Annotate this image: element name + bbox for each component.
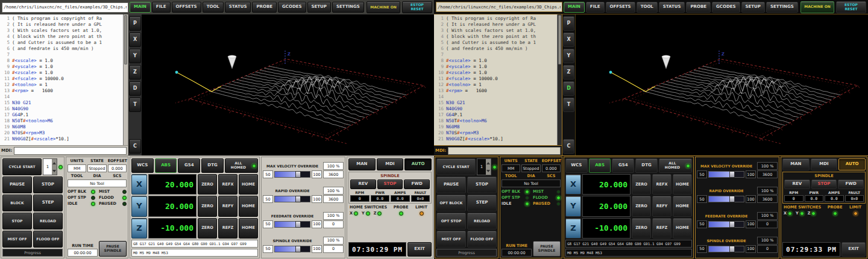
override-slider[interactable] [274, 221, 310, 228]
spinner-down-icon[interactable] [52, 170, 56, 172]
spindle-button[interactable]: REV [350, 179, 376, 189]
all-homed-button[interactable]: ALL HOMED [225, 158, 258, 173]
menu-button[interactable]: SETTINGS [332, 2, 364, 13]
zero-axis-button[interactable]: ZERO [632, 218, 651, 239]
view-button[interactable]: X [129, 33, 141, 47]
mist-button[interactable]: MIST OFF [436, 231, 466, 248]
mdi-input[interactable] [14, 147, 127, 155]
home-axis-button[interactable]: HOME [239, 218, 258, 239]
stop-button[interactable]: STOP [33, 176, 63, 193]
slider-handle[interactable] [729, 246, 735, 252]
mode-button[interactable]: MDI [377, 158, 404, 170]
pause-spindle-button[interactable]: PAUSE SPINDLE [533, 241, 561, 257]
menu-button[interactable]: PROBE [686, 2, 711, 13]
slider-handle[interactable] [729, 171, 735, 178]
menu-button[interactable]: OFFSETS [606, 2, 635, 13]
pause-button[interactable]: PAUSE [436, 176, 466, 193]
cycle-counter[interactable] [477, 158, 491, 175]
step-button[interactable]: STEP [33, 195, 63, 211]
menu-button[interactable]: FILE [152, 2, 171, 13]
g54-button[interactable]: G54 [612, 158, 634, 173]
opt-block-button[interactable]: BLOCK [2, 195, 32, 211]
reload-button[interactable]: RELOAD [33, 213, 63, 229]
abs-button[interactable]: ABS [155, 158, 177, 173]
exit-button[interactable]: EXIT [407, 242, 432, 257]
estop-reset-button[interactable]: ESTOP RESET [836, 1, 866, 13]
menu-button[interactable]: TOOL [637, 2, 658, 13]
slider-handle[interactable] [729, 221, 735, 228]
menu-button[interactable]: TOOL [203, 2, 224, 13]
zero-axis-button[interactable]: ZERO [198, 218, 217, 239]
mdi-input[interactable] [448, 147, 561, 155]
override-slider[interactable] [708, 246, 744, 252]
override-slider[interactable] [708, 221, 744, 228]
spinner-up-icon[interactable] [52, 162, 56, 164]
ref-axis-button[interactable]: REFZ [218, 218, 237, 239]
override-slider[interactable] [708, 171, 744, 178]
ref-axis-button[interactable]: REFZ [652, 218, 671, 239]
home-axis-button[interactable]: HOME [673, 174, 692, 195]
cycle-counter[interactable] [43, 158, 57, 175]
mode-button[interactable]: MAN [348, 158, 376, 170]
mode-button[interactable]: MAN [782, 158, 810, 170]
stop-button[interactable]: STOP [467, 176, 497, 193]
axis-select-button[interactable]: Y [565, 196, 581, 216]
scrollbar-thumb[interactable] [124, 15, 127, 64]
cycle-start-button[interactable]: CYCLE START [2, 158, 42, 175]
gcode-scrollbar[interactable] [557, 14, 562, 145]
view-button[interactable]: Z [563, 65, 574, 80]
ref-axis-button[interactable]: REFY [218, 196, 237, 216]
opt-block-button[interactable]: OPT BLOCK [436, 195, 466, 211]
mist-button[interactable]: MIST OFF [2, 231, 32, 248]
gcode-listing[interactable]: 1( This program is copyright of Ra2( It … [0, 14, 123, 145]
menu-button[interactable]: MAIN [564, 2, 585, 13]
menu-button[interactable]: SETUP [741, 2, 765, 13]
view-button[interactable]: P [129, 16, 141, 31]
zero-axis-button[interactable]: ZERO [198, 196, 217, 216]
gcode-listing[interactable]: 1( This program is copyright of Ra2( It … [434, 14, 557, 145]
menu-button[interactable]: GCODES [278, 2, 306, 13]
home-axis-button[interactable]: HOME [673, 196, 692, 216]
preview-canvas[interactable]: Z [576, 14, 868, 155]
axis-select-button[interactable]: X [565, 174, 581, 195]
spinner-down-icon[interactable] [486, 170, 490, 172]
counter-spinner[interactable] [52, 159, 57, 175]
view-button[interactable]: C [563, 139, 574, 154]
view-button[interactable]: Y [563, 49, 574, 63]
spindle-button[interactable]: FWD [838, 179, 864, 189]
view-button[interactable]: P [563, 16, 574, 31]
ref-axis-button[interactable]: REFY [652, 196, 671, 216]
spindle-button[interactable]: STOP [811, 179, 837, 189]
menu-button[interactable]: FILE [586, 2, 605, 13]
menu-button[interactable]: STATUS [659, 2, 685, 13]
abs-button[interactable]: ABS [589, 158, 611, 173]
override-slider[interactable] [274, 171, 310, 178]
view-button[interactable]: T [129, 98, 141, 112]
view-button[interactable]: X [563, 33, 574, 47]
ref-axis-button[interactable]: REFX [218, 174, 237, 195]
cycle-count-input[interactable] [43, 159, 52, 175]
zero-axis-button[interactable]: ZERO [632, 174, 651, 195]
zero-axis-button[interactable]: ZERO [632, 196, 651, 216]
dtg-button[interactable]: DTG [201, 158, 224, 173]
view-button[interactable]: T [563, 98, 574, 112]
wcs-button[interactable]: WCS [565, 158, 588, 173]
zero-axis-button[interactable]: ZERO [198, 174, 217, 195]
menu-button[interactable]: SETUP [307, 2, 331, 13]
axis-select-button[interactable]: Z [131, 218, 147, 239]
view-button[interactable]: Y [129, 49, 141, 63]
file-path-input[interactable] [2, 2, 128, 13]
home-axis-button[interactable]: HOME [239, 174, 258, 195]
pause-spindle-button[interactable]: PAUSE SPINDLE [99, 241, 127, 257]
counter-spinner[interactable] [486, 159, 491, 175]
all-homed-button[interactable]: ALL HOMED [659, 158, 692, 173]
mode-button[interactable]: AUTO [404, 158, 432, 170]
machine-on-button[interactable]: MACHINE ON [800, 1, 834, 13]
menu-button[interactable]: STATUS [225, 2, 251, 13]
menu-button[interactable]: MAIN [130, 2, 151, 13]
override-slider[interactable] [708, 196, 744, 202]
step-button[interactable]: STEP [467, 195, 497, 211]
wcs-button[interactable]: WCS [131, 158, 154, 173]
gcode-scrollbar[interactable] [123, 14, 128, 145]
view-button[interactable]: C [129, 139, 141, 154]
